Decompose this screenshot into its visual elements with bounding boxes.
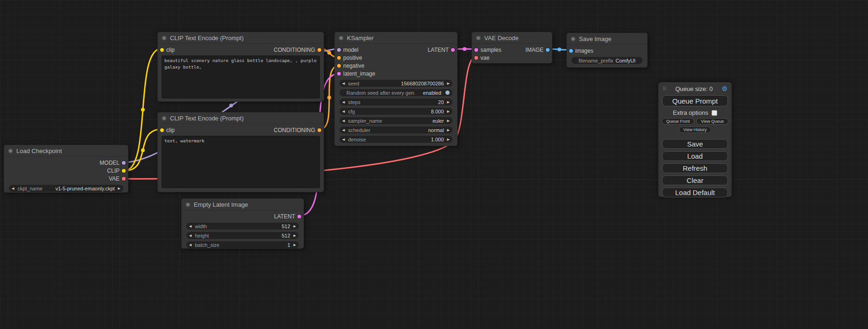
decrement-arrow-icon[interactable]: ◀ [342, 100, 345, 104]
conditioning-port-icon[interactable] [318, 128, 321, 132]
node-clip-text-encode-negative[interactable]: CLIP Text Encode (Prompt) clip CONDITION… [157, 112, 324, 192]
image-port-icon[interactable] [569, 49, 573, 53]
decrement-arrow-icon[interactable]: ◀ [342, 119, 345, 122]
input-slot-vae[interactable]: vae [474, 55, 489, 61]
decrement-arrow-icon[interactable]: ◀ [342, 82, 345, 85]
model-port-icon[interactable] [122, 161, 126, 165]
output-slot-conditioning[interactable]: CONDITIONING [274, 127, 321, 133]
denoise-widget[interactable]: ◀ denoise 1.000 ▶ [339, 136, 452, 143]
filename-prefix-widget[interactable]: filename_prefix ComfyUI [572, 57, 642, 64]
input-slot-samples[interactable]: samples [474, 47, 501, 53]
collapse-toggle-icon[interactable] [162, 36, 166, 40]
collapse-toggle-icon[interactable] [8, 149, 13, 153]
wire-conditioning-negative-midpoint-dot[interactable] [327, 96, 331, 99]
latent-port-icon[interactable] [297, 215, 301, 218]
clip-port-icon[interactable] [160, 48, 164, 52]
node-titlebar[interactable]: KSampler [335, 32, 457, 44]
cfg-widget[interactable]: ◀ cfg 8.000 ▶ [339, 108, 452, 115]
decrement-arrow-icon[interactable]: ◀ [12, 187, 14, 190]
node-titlebar[interactable]: CLIP Text Encode (Prompt) [158, 32, 324, 44]
wire-samples-midpoint-dot[interactable] [463, 47, 466, 51]
sampler-name-widget[interactable]: ◀ sampler_name euler ▶ [339, 117, 452, 124]
output-slot-clip[interactable]: CLIP [107, 168, 126, 174]
conditioning-port-icon[interactable] [337, 56, 341, 60]
input-slot-clip[interactable]: clip [160, 47, 175, 53]
collapse-toggle-icon[interactable] [186, 203, 190, 207]
conditioning-port-icon[interactable] [318, 48, 321, 52]
decrement-arrow-icon[interactable]: ◀ [189, 224, 191, 228]
width-widget[interactable]: ◀ width 512 ▶ [186, 223, 299, 230]
latent-port-icon[interactable] [451, 48, 455, 52]
node-empty-latent-image[interactable]: Empty Latent Image LATENT ◀ width 512 ▶ … [181, 198, 304, 249]
increment-arrow-icon[interactable]: ▶ [294, 224, 296, 228]
decrement-arrow-icon[interactable]: ◀ [342, 138, 345, 141]
load-button[interactable]: Load [662, 151, 728, 161]
load-default-button[interactable]: Load Default [662, 188, 728, 197]
conditioning-port-icon[interactable] [337, 64, 341, 68]
wire-clip-positive-midpoint-dot[interactable] [141, 108, 145, 112]
increment-arrow-icon[interactable]: ▶ [294, 243, 296, 246]
clear-button[interactable]: Clear [662, 175, 728, 185]
latent-port-icon[interactable] [474, 48, 478, 52]
node-titlebar[interactable]: Empty Latent Image [182, 199, 303, 210]
output-slot-latent[interactable]: LATENT [428, 47, 455, 53]
queue-prompt-button[interactable]: Queue Prompt [662, 95, 728, 106]
wire-model-midpoint-dot[interactable] [229, 104, 233, 107]
random-seed-toggle-widget[interactable]: Random seed after every gen enabled [339, 89, 452, 96]
output-slot-image[interactable]: IMAGE [525, 47, 550, 53]
positive-prompt-textarea[interactable]: beautiful scenery nature glass bottle la… [162, 56, 320, 98]
decrement-arrow-icon[interactable]: ◀ [342, 128, 345, 132]
increment-arrow-icon[interactable]: ▶ [447, 110, 450, 113]
decrement-arrow-icon[interactable]: ◀ [189, 243, 191, 246]
vae-port-icon[interactable] [474, 56, 478, 60]
clip-port-icon[interactable] [122, 169, 126, 173]
steps-widget[interactable]: ◀ steps 20 ▶ [339, 98, 452, 105]
decrement-arrow-icon[interactable]: ◀ [189, 234, 191, 237]
node-vae-decode[interactable]: VAE Decode samples IMAGE vae [472, 32, 552, 63]
wire-conditioning-positive-midpoint-dot[interactable] [327, 51, 331, 55]
node-save-image[interactable]: Save Image images filename_prefix ComfyU… [566, 33, 648, 68]
height-widget[interactable]: ◀ height 512 ▶ [186, 232, 299, 239]
increment-arrow-icon[interactable]: ▶ [118, 187, 120, 190]
ckpt-name-widget[interactable]: ◀ ckpt_name v1-5-pruned-emaonly.ckpt ▶ [9, 185, 123, 192]
input-slot-clip[interactable]: clip [160, 127, 175, 133]
view-queue-button[interactable]: View Queue [696, 118, 728, 125]
increment-arrow-icon[interactable]: ▶ [447, 119, 450, 122]
input-slot-negative[interactable]: negative [337, 63, 364, 69]
output-slot-conditioning[interactable]: CONDITIONING [274, 47, 321, 53]
input-slot-model[interactable]: model [337, 47, 359, 53]
wire-image-midpoint-dot[interactable] [557, 48, 561, 51]
toggle-knob-icon[interactable] [445, 91, 450, 95]
drag-handle-icon[interactable]: ⠿ [663, 86, 666, 92]
save-button[interactable]: Save [662, 139, 728, 149]
node-titlebar[interactable]: CLIP Text Encode (Prompt) [158, 112, 324, 124]
node-clip-text-encode-positive[interactable]: CLIP Text Encode (Prompt) clip CONDITION… [157, 32, 324, 102]
output-slot-model[interactable]: MODEL [99, 160, 126, 166]
collapse-toggle-icon[interactable] [571, 37, 575, 41]
decrement-arrow-icon[interactable]: ◀ [342, 110, 345, 113]
vae-port-icon[interactable] [122, 177, 126, 181]
output-slot-latent[interactable]: LATENT [274, 213, 301, 220]
output-slot-vae[interactable]: VAE [109, 175, 126, 182]
refresh-button[interactable]: Refresh [662, 163, 728, 173]
increment-arrow-icon[interactable]: ▶ [447, 138, 450, 141]
extra-options-checkbox[interactable] [712, 110, 717, 116]
node-load-checkpoint[interactable]: Load Checkpoint MODEL CLIP VAE ◀ ckpt_na… [4, 145, 128, 193]
collapse-toggle-icon[interactable] [339, 36, 343, 40]
queue-front-button[interactable]: Queue Front [662, 118, 695, 125]
increment-arrow-icon[interactable]: ▶ [447, 100, 450, 104]
collapse-toggle-icon[interactable] [476, 36, 480, 40]
increment-arrow-icon[interactable]: ▶ [447, 128, 450, 132]
input-slot-positive[interactable]: positive [337, 55, 362, 61]
negative-prompt-textarea[interactable]: text, watermark [162, 136, 320, 188]
input-slot-latent-image[interactable]: latent_image [337, 70, 375, 77]
collapse-toggle-icon[interactable] [162, 116, 166, 120]
seed-widget[interactable]: ◀ seed 156680208700286 ▶ [339, 80, 452, 87]
image-port-icon[interactable] [546, 48, 550, 52]
node-ksampler[interactable]: KSampler model LATENT positive negative … [334, 32, 458, 146]
increment-arrow-icon[interactable]: ▶ [294, 234, 296, 237]
node-titlebar[interactable]: VAE Decode [472, 32, 552, 44]
scheduler-widget[interactable]: ◀ scheduler normal ▶ [339, 126, 452, 133]
settings-gear-icon[interactable]: ⚙ [721, 85, 727, 92]
node-titlebar[interactable]: Save Image [567, 33, 647, 45]
